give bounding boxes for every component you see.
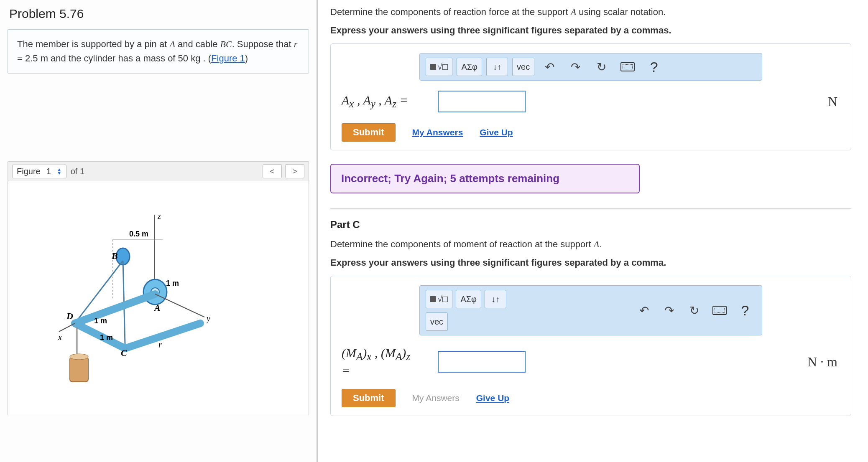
r-var: r — [294, 39, 298, 49]
svg-text:1 m: 1 m — [100, 333, 113, 342]
svg-text:y: y — [206, 314, 210, 323]
mass-value: 50 kg — [178, 53, 201, 63]
undo-button[interactable]: ↶ — [539, 58, 560, 76]
figure-toolbar: Figure 1 ▲▼ of 1 < > — [8, 161, 309, 181]
greek-button[interactable]: ΑΣφ — [456, 290, 481, 308]
template-button[interactable]: √□ — [426, 290, 452, 308]
section-divider — [330, 208, 851, 209]
greek-button[interactable]: ΑΣφ — [457, 58, 482, 76]
svg-text:B: B — [111, 251, 118, 261]
figure-next-button[interactable]: > — [285, 164, 304, 178]
partc-heading: Part C — [330, 219, 851, 231]
prob-text: and the cylinder has a mass of — [48, 53, 178, 63]
partb-feedback: Incorrect; Try Again; 5 attempts remaini… — [330, 164, 640, 193]
prob-text: . ( — [200, 53, 211, 63]
svg-text:x: x — [58, 333, 62, 342]
support-a: A — [571, 7, 576, 17]
figure-link[interactable]: Figure 1 — [211, 53, 245, 63]
partc-answer-input[interactable] — [438, 351, 526, 373]
vec-button[interactable]: vec — [426, 312, 448, 331]
figure-number: 1 — [46, 167, 51, 176]
redo-button[interactable]: ↷ — [658, 301, 680, 320]
svg-line-21 — [155, 294, 204, 317]
reset-button[interactable]: ↻ — [590, 58, 612, 76]
instr-text: using scalar notation. — [576, 7, 666, 17]
partb-submit-button[interactable]: Submit — [342, 123, 396, 142]
figure-label: Figure — [17, 167, 41, 176]
svg-text:1 m: 1 m — [166, 279, 179, 287]
partb-answer-box: √□ ΑΣφ ↓↑ vec ↶ ↷ ↻ ? Ax , Ay , Az = N S… — [330, 43, 851, 150]
redo-button[interactable]: ↷ — [564, 58, 586, 76]
equation-toolbar: √□ ΑΣφ ↓↑ vec ↶ ↷ ↻ ? — [419, 53, 762, 81]
keyboard-button[interactable] — [708, 301, 731, 320]
partc-answer-label: (MA)x , (MA)z= — [342, 345, 429, 378]
svg-text:0.5 m: 0.5 m — [129, 230, 148, 238]
partc-answer-box: √□ ΑΣφ ↓↑ vec ↶ ↷ ↻ ? (MA)x , ( — [330, 276, 851, 416]
instr-text: Determine the components of moment of re… — [330, 239, 594, 249]
subscript-button[interactable]: ↓↑ — [486, 58, 508, 76]
partb-give-up-link[interactable]: Give Up — [480, 127, 513, 137]
svg-text:C: C — [121, 348, 127, 358]
svg-text:1 m: 1 m — [94, 317, 107, 325]
svg-rect-26 — [70, 357, 88, 382]
prob-text: ) — [245, 53, 248, 63]
stepper-icon[interactable]: ▲▼ — [57, 168, 62, 175]
cable-bc: BC — [220, 39, 232, 49]
help-button[interactable]: ? — [734, 301, 756, 320]
partc-give-up-link[interactable]: Give Up — [476, 393, 509, 403]
figure-image: z 0.5 m B 1 m A D 1 m 1 m C r — [8, 181, 309, 415]
undo-button[interactable]: ↶ — [633, 301, 655, 320]
vec-button[interactable]: vec — [512, 58, 534, 76]
svg-line-15 — [125, 323, 200, 348]
svg-point-27 — [70, 354, 88, 360]
pin-a: A — [169, 39, 175, 49]
partb-instruction-bold: Express your answers using three signifi… — [330, 25, 851, 36]
partb-instruction: Determine the components of reaction for… — [330, 7, 851, 18]
problem-statement: The member is supported by a pin at A an… — [8, 29, 309, 74]
figure-selector[interactable]: Figure 1 ▲▼ — [12, 165, 66, 178]
svg-text:z: z — [157, 211, 161, 221]
svg-line-13 — [75, 294, 155, 323]
partb-answer-input[interactable] — [438, 91, 526, 112]
partc-instruction: Determine the components of moment of re… — [330, 239, 851, 250]
keyboard-button[interactable] — [616, 58, 639, 76]
svg-text:D: D — [66, 311, 73, 321]
partb-answer-label: Ax , Ay , Az = — [342, 93, 429, 110]
partc-unit: N · m — [807, 354, 840, 370]
problem-title: Problem 5.76 — [9, 7, 309, 21]
subscript-button[interactable]: ↓↑ — [485, 290, 506, 308]
partc-my-answers-link[interactable]: My Answers — [412, 393, 460, 403]
partc-instruction-bold: Express your answers using three signifi… — [330, 257, 851, 268]
svg-text:A: A — [153, 302, 161, 313]
prob-text: and cable — [175, 39, 220, 49]
help-button[interactable]: ? — [643, 58, 665, 76]
prob-text: The member is supported by a pin at — [17, 39, 169, 49]
partc-submit-button[interactable]: Submit — [342, 389, 396, 407]
svg-text:r: r — [158, 340, 162, 349]
figure-of-label: of 1 — [71, 167, 84, 176]
support-a: A — [594, 239, 599, 249]
r-value: = 2.5 m — [17, 53, 48, 63]
prob-text: . Suppose that — [232, 39, 294, 49]
svg-line-23 — [59, 323, 75, 332]
reset-button[interactable]: ↻ — [683, 301, 705, 320]
template-button[interactable]: √□ — [426, 58, 452, 76]
equation-toolbar: √□ ΑΣφ ↓↑ vec ↶ ↷ ↻ ? — [419, 285, 762, 335]
instr-text: . — [599, 239, 602, 249]
instr-text: Determine the components of reaction for… — [330, 7, 571, 17]
partb-unit: N — [828, 94, 840, 109]
figure-prev-button[interactable]: < — [263, 164, 282, 178]
partb-my-answers-link[interactable]: My Answers — [412, 127, 463, 137]
